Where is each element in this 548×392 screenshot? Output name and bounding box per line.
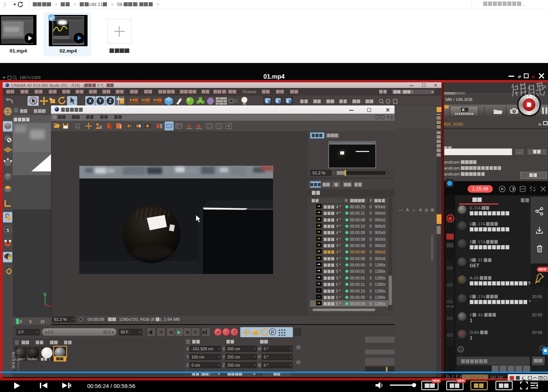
svg-text:B: B (197, 123, 200, 129)
svg-text:S: S (6, 227, 10, 233)
svg-text:A: A (187, 123, 191, 129)
svg-text:Y: Y (42, 291, 45, 295)
